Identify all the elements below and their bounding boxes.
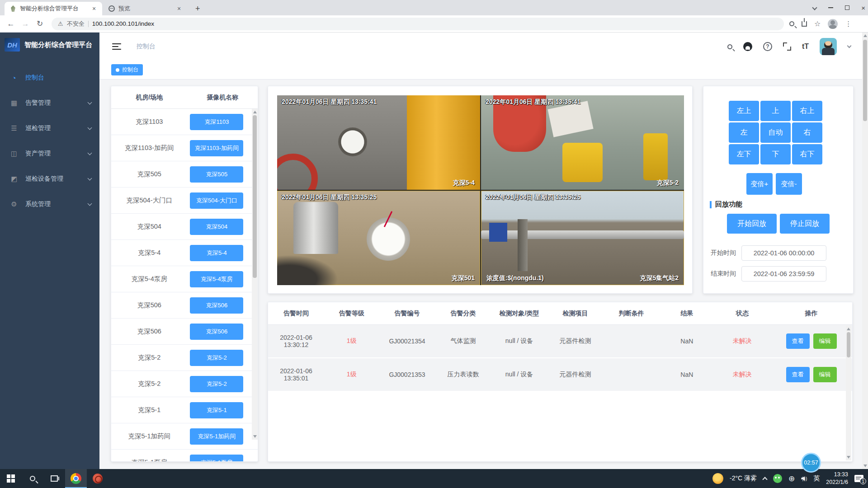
start-time-input[interactable]: 2022-01-06 00:00:00 bbox=[741, 245, 826, 261]
ptz-up-left-button[interactable]: 左上 bbox=[729, 101, 759, 121]
sidebar-item-alarm-mgmt[interactable]: ▦ 告警管理 bbox=[0, 90, 99, 116]
sidebar-item-device-mgmt[interactable]: ◩ 巡检设备管理 bbox=[0, 166, 99, 192]
camera-button[interactable]: 克深5-1加药间 bbox=[190, 428, 243, 445]
ptz-down-left-button[interactable]: 左下 bbox=[729, 144, 759, 164]
ptz-down-right-button[interactable]: 右下 bbox=[792, 144, 822, 164]
sidebar-item-asset-mgmt[interactable]: ◫ 资产管理 bbox=[0, 141, 99, 166]
tab-search-chevron-icon[interactable] bbox=[812, 5, 817, 10]
camera-button[interactable]: 克深5-2 bbox=[190, 350, 243, 366]
zoom-in-button[interactable]: 变倍+ bbox=[746, 173, 773, 195]
camera-feed-2[interactable]: 2022年01月06日 星期四 13:35:41 克深5-2 bbox=[481, 95, 684, 190]
tab-platform[interactable]: 智能分析综合管理平台 × bbox=[5, 2, 102, 15]
camera-button[interactable]: 克深5-2 bbox=[190, 376, 243, 392]
sidebar-toggle-icon[interactable] bbox=[112, 43, 121, 50]
end-time-input[interactable]: 2022-01-06 23:59:59 bbox=[741, 266, 826, 282]
ptz-down-button[interactable]: 下 bbox=[760, 144, 791, 164]
tab-close-icon[interactable]: × bbox=[90, 5, 98, 12]
share-icon[interactable] bbox=[802, 21, 807, 27]
security-warning-icon[interactable]: ⚠ bbox=[58, 20, 63, 27]
input-language[interactable]: 英 bbox=[813, 474, 820, 483]
volume-icon[interactable]: ))) bbox=[801, 476, 807, 481]
bookmark-star-icon[interactable]: ☆ bbox=[814, 19, 821, 28]
taskbar-clock[interactable]: 13:33 2022/1/6 bbox=[826, 471, 848, 486]
back-button[interactable]: ← bbox=[4, 19, 18, 28]
camera-feed-1[interactable]: 2022年01月06日 星期四 13:35:41 克深5-4 bbox=[277, 95, 480, 190]
weather-text[interactable]: -2°C 薄雾 bbox=[730, 474, 757, 483]
search-icon[interactable] bbox=[727, 44, 732, 49]
camera-button[interactable]: 克深5-4泵房 bbox=[190, 271, 243, 287]
camera-button[interactable]: 克深5-1 bbox=[190, 402, 243, 418]
user-avatar[interactable] bbox=[820, 38, 837, 55]
scroll-up-icon[interactable] bbox=[847, 328, 850, 330]
ptz-auto-button[interactable]: 自动 bbox=[760, 122, 791, 143]
zoom-indicator-icon[interactable] bbox=[789, 21, 794, 26]
weather-icon[interactable] bbox=[712, 473, 723, 484]
window-minimize-button[interactable] bbox=[828, 7, 833, 8]
view-button[interactable]: 查看 bbox=[786, 367, 810, 382]
url-text[interactable]: 100.100.200.101/index bbox=[92, 20, 154, 27]
stop-playback-button[interactable]: 停止回放 bbox=[780, 214, 830, 234]
scroll-down-icon[interactable] bbox=[253, 435, 257, 438]
window-close-button[interactable]: × bbox=[861, 4, 865, 12]
breadcrumb[interactable]: 控制台 bbox=[137, 42, 156, 51]
ptz-right-button[interactable]: 右 bbox=[792, 122, 822, 143]
sidebar-item-system-mgmt[interactable]: ⚙ 系统管理 bbox=[0, 192, 99, 217]
network-icon[interactable]: ⊕ bbox=[788, 474, 795, 483]
camera-button[interactable]: 克深505 bbox=[190, 166, 243, 183]
github-icon[interactable] bbox=[743, 42, 752, 51]
reload-button[interactable]: ↻ bbox=[33, 19, 47, 28]
sidebar-item-console[interactable]: ◔ 控制台 bbox=[0, 65, 99, 90]
edit-button[interactable]: 编辑 bbox=[813, 333, 837, 349]
avatar-caret-icon[interactable] bbox=[847, 43, 852, 48]
ptz-up-button[interactable]: 上 bbox=[760, 101, 791, 121]
camera-feed-3[interactable]: 2022年01月06日 星期四 13:35:25 克深501 bbox=[277, 191, 480, 285]
sidebar-item-inspection-mgmt[interactable]: ☰ 巡检管理 bbox=[0, 116, 99, 141]
camera-button[interactable]: 克深5-4 bbox=[190, 245, 243, 261]
ptz-up-right-button[interactable]: 右上 bbox=[792, 101, 822, 121]
alarm-table-scrollbar[interactable] bbox=[846, 326, 851, 460]
view-button[interactable]: 查看 bbox=[786, 333, 810, 349]
ptz-left-button[interactable]: 左 bbox=[729, 122, 759, 143]
browser-profile-avatar[interactable] bbox=[828, 19, 838, 29]
camera-button[interactable]: 克深506 bbox=[190, 324, 243, 340]
zoom-out-button[interactable]: 变倍- bbox=[776, 173, 802, 195]
tray-expand-icon[interactable] bbox=[762, 477, 767, 482]
taskbar-chrome-button[interactable] bbox=[65, 469, 87, 488]
taskbar-app-button[interactable] bbox=[87, 469, 108, 488]
scroll-down-icon[interactable] bbox=[847, 456, 850, 459]
wechat-icon[interactable] bbox=[773, 474, 782, 483]
scroll-down-icon[interactable] bbox=[863, 465, 867, 467]
start-playback-button[interactable]: 开始回放 bbox=[727, 214, 777, 234]
scrollbar-thumb[interactable] bbox=[253, 115, 257, 278]
browser-menu-kebab-icon[interactable]: ⋮ bbox=[845, 20, 852, 28]
camera-button[interactable]: 克深1103 bbox=[190, 114, 243, 130]
camera-button[interactable]: 克深1103-加药间 bbox=[190, 140, 243, 156]
tab-preview[interactable]: 预览 × bbox=[103, 2, 187, 15]
camera-button[interactable]: 克深504 bbox=[190, 219, 243, 235]
new-tab-button[interactable]: + bbox=[192, 4, 204, 15]
tab-close-icon[interactable]: × bbox=[175, 5, 183, 12]
taskbar-search-button[interactable] bbox=[22, 469, 43, 488]
scrollbar-thumb[interactable] bbox=[863, 40, 867, 121]
start-button[interactable] bbox=[0, 469, 22, 488]
scrollbar-thumb[interactable] bbox=[847, 332, 850, 357]
edit-button[interactable]: 编辑 bbox=[813, 367, 837, 382]
camera-list-scrollbar[interactable] bbox=[252, 109, 258, 440]
notification-center-icon[interactable]: 1 bbox=[854, 475, 863, 482]
fullscreen-icon[interactable] bbox=[783, 42, 791, 51]
camera-button[interactable]: 克深5-1泵房 bbox=[190, 455, 243, 462]
scroll-up-icon[interactable] bbox=[253, 111, 257, 113]
forward-button[interactable]: → bbox=[18, 19, 33, 28]
recording-timer-bubble[interactable]: 02:57 bbox=[801, 453, 821, 473]
window-maximize-button[interactable] bbox=[845, 5, 849, 10]
address-bar[interactable]: ⚠ 不安全 100.100.200.101/index bbox=[52, 18, 784, 30]
app-logo-row[interactable]: DH 智能分析综合管理平台 bbox=[0, 33, 99, 57]
scroll-up-icon[interactable] bbox=[863, 34, 867, 37]
camera-button[interactable]: 克深504-大门口 bbox=[190, 192, 243, 209]
camera-button[interactable]: 克深506 bbox=[190, 297, 243, 314]
text-size-icon[interactable]: tT bbox=[802, 42, 809, 51]
help-icon[interactable]: ? bbox=[763, 42, 772, 51]
tag-console[interactable]: 控制台 bbox=[111, 64, 143, 75]
task-view-button[interactable] bbox=[43, 469, 65, 488]
page-scrollbar[interactable] bbox=[862, 33, 868, 469]
